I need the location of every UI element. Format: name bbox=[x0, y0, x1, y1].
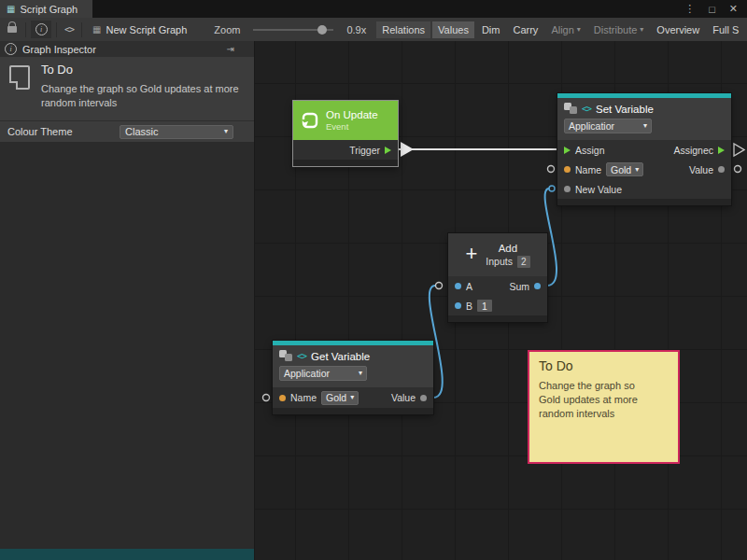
node-title: Set Variable bbox=[596, 104, 654, 115]
distribute-button[interactable]: Distribute▾ bbox=[588, 21, 649, 38]
chevron-down-icon: ▾ bbox=[359, 370, 362, 377]
name-label: Name bbox=[290, 392, 317, 403]
name-row: Name Gold ▾ Value bbox=[557, 160, 731, 179]
set-variable-name-port[interactable] bbox=[548, 166, 555, 173]
note-icon bbox=[9, 65, 30, 90]
chevron-down-icon: ▾ bbox=[224, 128, 228, 135]
node-footer bbox=[273, 408, 433, 414]
relations-button[interactable]: Relations bbox=[376, 21, 430, 38]
graph-inspector-panel: i Graph Inspector ⇥ ▲ ▼ To Do Change the… bbox=[0, 41, 255, 560]
assigned-output-port[interactable] bbox=[718, 147, 725, 154]
name-input-port[interactable] bbox=[279, 395, 286, 401]
new-value-port[interactable] bbox=[549, 186, 555, 191]
window-menu-icon[interactable]: ⋮ bbox=[684, 3, 695, 15]
colour-theme-row: Colour Theme Classic ▾ bbox=[0, 120, 254, 142]
code-icon[interactable]: <> bbox=[62, 24, 77, 35]
name-label: Name bbox=[575, 164, 601, 175]
graph-toolbar: i <> ▦ New Script Graph Zoom 0.9x Relati… bbox=[0, 18, 747, 42]
info-icon: i bbox=[35, 23, 48, 35]
new-value-label: New Value bbox=[575, 184, 622, 195]
inspector-todo-section: To Do Change the graph so Gold updates a… bbox=[0, 57, 254, 120]
graph-breadcrumb[interactable]: ▦ New Script Graph bbox=[92, 24, 187, 35]
maximize-icon[interactable]: □ bbox=[709, 4, 715, 15]
trigger-output-port[interactable] bbox=[385, 147, 391, 154]
align-button[interactable]: Align▾ bbox=[545, 21, 585, 38]
add-a-port[interactable] bbox=[436, 283, 443, 289]
dim-button[interactable]: Dim bbox=[476, 21, 506, 38]
node-set-variable[interactable]: <> Set Variable Applicatior ▾ Assign Ass… bbox=[557, 93, 731, 205]
node-footer bbox=[448, 315, 547, 322]
trigger-port-label: Trigger bbox=[349, 145, 380, 156]
add-header: + Add Inputs 2 bbox=[448, 233, 547, 276]
graph-name-label: New Script Graph bbox=[106, 24, 188, 35]
colour-theme-label: Colour Theme bbox=[7, 126, 73, 137]
node-footer bbox=[557, 199, 731, 205]
window-controls: ⋮ □ ✕ bbox=[684, 0, 747, 18]
sum-output-port[interactable] bbox=[534, 283, 541, 289]
b-value-field[interactable]: 1 bbox=[477, 300, 492, 312]
node-on-update[interactable]: On Update Event Trigger bbox=[293, 101, 398, 166]
zoom-label: Zoom bbox=[214, 24, 240, 35]
plus-icon: + bbox=[465, 244, 477, 264]
colour-theme-dropdown[interactable]: Classic ▾ bbox=[120, 125, 233, 139]
graph-canvas[interactable]: On Update Event Trigger <> Se bbox=[255, 41, 747, 560]
a-input-port[interactable] bbox=[455, 283, 461, 289]
code-icon: <> bbox=[297, 351, 306, 361]
node-footer bbox=[293, 160, 398, 166]
tab-title: Script Graph bbox=[20, 4, 78, 15]
chevron-down-icon: ▾ bbox=[350, 394, 354, 401]
carry-button[interactable]: Carry bbox=[507, 21, 543, 38]
close-icon[interactable]: ✕ bbox=[729, 3, 738, 15]
code-icon: <> bbox=[582, 104, 591, 114]
inputs-label: Inputs bbox=[486, 256, 513, 267]
inspector-toggle-button[interactable]: i bbox=[31, 21, 51, 38]
lock-icon[interactable] bbox=[7, 26, 17, 33]
variable-name-dropdown[interactable]: Gold ▾ bbox=[321, 391, 359, 405]
event-loop-icon bbox=[301, 111, 319, 130]
variable-scope-dropdown[interactable]: Applicatior ▾ bbox=[564, 119, 652, 133]
value-output-port[interactable] bbox=[420, 395, 427, 401]
toolbar-separator bbox=[81, 22, 82, 37]
overview-button[interactable]: Overview bbox=[651, 21, 705, 38]
name-input-port[interactable] bbox=[564, 166, 571, 173]
node-add[interactable]: + Add Inputs 2 A Sum bbox=[448, 233, 547, 322]
value-output-port[interactable] bbox=[718, 166, 725, 173]
chevron-down-icon: ▾ bbox=[577, 26, 581, 34]
script-graph-icon: ▦ bbox=[7, 4, 15, 14]
new-value-input-port[interactable] bbox=[564, 186, 571, 192]
set-variable-value-port[interactable] bbox=[735, 166, 741, 173]
toolbar-separator bbox=[25, 22, 26, 37]
tab-script-graph[interactable]: ▦ Script Graph bbox=[0, 0, 92, 18]
assign-input-port[interactable] bbox=[564, 147, 571, 154]
pin-icon[interactable]: ⇥ bbox=[227, 44, 249, 54]
variable-scope-dropdown[interactable]: Applicatior ▾ bbox=[279, 366, 367, 381]
value-label: Value bbox=[391, 392, 416, 403]
variable-icon bbox=[564, 103, 577, 115]
sticky-note[interactable]: To Do Change the graph so Gold updates a… bbox=[528, 350, 680, 464]
assign-row: Assign Assignec bbox=[557, 140, 731, 160]
info-icon: i bbox=[5, 43, 17, 55]
variable-name-dropdown[interactable]: Gold ▾ bbox=[606, 162, 643, 176]
node-title: Add bbox=[499, 243, 517, 254]
b-label: B bbox=[466, 301, 472, 312]
assigned-output-port[interactable] bbox=[734, 144, 744, 156]
inputs-count[interactable]: 2 bbox=[517, 256, 530, 268]
todo-title: To Do bbox=[41, 63, 73, 77]
a-row: A Sum bbox=[448, 276, 547, 296]
a-label: A bbox=[466, 281, 472, 292]
node-get-variable[interactable]: <> Get Variable Applicatior ▾ Name Gold … bbox=[273, 341, 433, 414]
get-variable-name-port[interactable] bbox=[263, 395, 270, 401]
node-title: Get Variable bbox=[311, 351, 370, 362]
zoom-slider[interactable] bbox=[253, 29, 333, 31]
zoom-slider-handle[interactable] bbox=[317, 25, 327, 35]
toolbar-separator bbox=[56, 22, 57, 37]
colour-theme-value: Classic bbox=[125, 126, 158, 137]
sticky-note-text: Change the graph so Gold updates at more… bbox=[539, 379, 658, 421]
get-variable-header: <> Get Variable Applicatior ▾ bbox=[273, 345, 433, 387]
chevron-down-icon: ▾ bbox=[643, 122, 647, 130]
unity-script-graph-window: ▦ Script Graph ⋮ □ ✕ i <> ▦ New Script G… bbox=[0, 0, 747, 560]
full-screen-button[interactable]: Full S bbox=[707, 21, 744, 38]
values-button[interactable]: Values bbox=[432, 21, 474, 38]
assign-label: Assign bbox=[575, 145, 605, 156]
b-input-port[interactable] bbox=[455, 302, 461, 309]
